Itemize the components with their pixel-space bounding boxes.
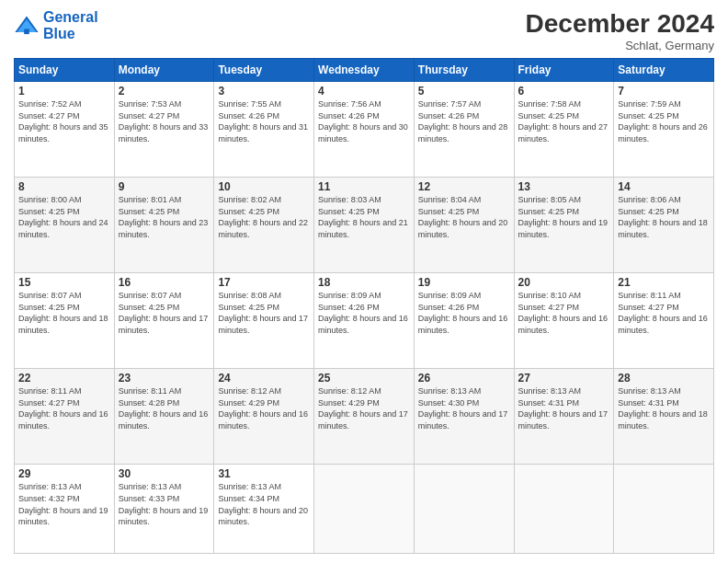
day-number: 1 [18,85,110,98]
col-friday: Friday [514,59,614,82]
table-row: 27Sunrise: 8:13 AM Sunset: 4:31 PM Dayli… [514,369,614,465]
day-info: Sunrise: 8:12 AM Sunset: 4:29 PM Dayligh… [218,385,310,431]
day-info: Sunrise: 8:09 AM Sunset: 4:26 PM Dayligh… [418,290,510,336]
day-info: Sunrise: 8:11 AM Sunset: 4:27 PM Dayligh… [618,290,710,336]
day-number: 23 [119,372,210,385]
day-number: 30 [119,467,210,480]
day-number: 6 [518,85,610,98]
day-info: Sunrise: 7:59 AM Sunset: 4:25 PM Dayligh… [618,98,710,144]
table-row: 18Sunrise: 8:09 AM Sunset: 4:26 PM Dayli… [314,273,415,369]
page: General Blue December 2024 Schlat, Germa… [0,0,728,563]
day-number: 5 [418,85,510,98]
table-row: 23Sunrise: 8:11 AM Sunset: 4:28 PM Dayli… [114,369,214,465]
table-row: 3Sunrise: 7:55 AM Sunset: 4:26 PM Daylig… [214,82,314,178]
header: General Blue December 2024 Schlat, Germa… [14,9,714,52]
day-info: Sunrise: 7:57 AM Sunset: 4:26 PM Dayligh… [418,98,510,144]
table-row: 8Sunrise: 8:00 AM Sunset: 4:25 PM Daylig… [15,178,115,273]
day-number: 16 [119,276,210,289]
day-number: 14 [618,180,710,193]
day-info: Sunrise: 8:05 AM Sunset: 4:25 PM Dayligh… [518,194,610,240]
day-number: 9 [119,180,210,193]
day-info: Sunrise: 7:56 AM Sunset: 4:26 PM Dayligh… [318,98,410,144]
table-row [614,465,714,554]
col-thursday: Thursday [414,59,514,82]
location: Schlat, Germany [526,39,714,52]
day-info: Sunrise: 8:02 AM Sunset: 4:25 PM Dayligh… [218,194,310,240]
logo-icon [14,13,40,39]
table-row: 15Sunrise: 8:07 AM Sunset: 4:25 PM Dayli… [15,273,115,369]
table-row: 29Sunrise: 8:13 AM Sunset: 4:32 PM Dayli… [15,465,115,554]
table-row: 26Sunrise: 8:13 AM Sunset: 4:30 PM Dayli… [414,369,514,465]
table-row: 10Sunrise: 8:02 AM Sunset: 4:25 PM Dayli… [214,178,314,273]
day-number: 8 [18,180,110,193]
day-info: Sunrise: 8:09 AM Sunset: 4:26 PM Dayligh… [318,290,410,336]
day-info: Sunrise: 8:13 AM Sunset: 4:33 PM Dayligh… [119,481,210,527]
table-row: 4Sunrise: 7:56 AM Sunset: 4:26 PM Daylig… [314,82,415,178]
day-info: Sunrise: 8:13 AM Sunset: 4:32 PM Dayligh… [18,481,110,527]
day-number: 2 [119,85,210,98]
day-info: Sunrise: 8:13 AM Sunset: 4:34 PM Dayligh… [218,481,310,527]
day-info: Sunrise: 7:55 AM Sunset: 4:26 PM Dayligh… [218,98,310,144]
table-row: 31Sunrise: 8:13 AM Sunset: 4:34 PM Dayli… [214,465,314,554]
col-saturday: Saturday [614,59,714,82]
day-info: Sunrise: 8:12 AM Sunset: 4:29 PM Dayligh… [318,385,410,431]
day-number: 18 [318,276,410,289]
table-row: 13Sunrise: 8:05 AM Sunset: 4:25 PM Dayli… [514,178,614,273]
day-number: 21 [618,276,710,289]
logo: General Blue [14,9,98,41]
table-row: 17Sunrise: 8:08 AM Sunset: 4:25 PM Dayli… [214,273,314,369]
day-number: 22 [18,372,110,385]
col-tuesday: Tuesday [214,59,314,82]
day-number: 25 [318,372,410,385]
day-number: 12 [418,180,510,193]
table-row: 5Sunrise: 7:57 AM Sunset: 4:26 PM Daylig… [414,82,514,178]
calendar-header-row: Sunday Monday Tuesday Wednesday Thursday… [15,59,714,82]
table-row: 12Sunrise: 8:04 AM Sunset: 4:25 PM Dayli… [414,178,514,273]
day-number: 7 [618,85,710,98]
day-info: Sunrise: 8:00 AM Sunset: 4:25 PM Dayligh… [18,194,110,240]
day-number: 31 [218,467,310,480]
day-info: Sunrise: 8:07 AM Sunset: 4:25 PM Dayligh… [119,290,210,336]
day-info: Sunrise: 7:52 AM Sunset: 4:27 PM Dayligh… [18,98,110,144]
day-info: Sunrise: 8:10 AM Sunset: 4:27 PM Dayligh… [518,290,610,336]
day-info: Sunrise: 8:03 AM Sunset: 4:25 PM Dayligh… [318,194,410,240]
day-number: 28 [618,372,710,385]
day-info: Sunrise: 8:04 AM Sunset: 4:25 PM Dayligh… [418,194,510,240]
day-number: 29 [18,467,110,480]
table-row: 28Sunrise: 8:13 AM Sunset: 4:31 PM Dayli… [614,369,714,465]
day-info: Sunrise: 8:13 AM Sunset: 4:30 PM Dayligh… [418,385,510,431]
table-row: 25Sunrise: 8:12 AM Sunset: 4:29 PM Dayli… [314,369,415,465]
table-row [314,465,415,554]
day-info: Sunrise: 8:13 AM Sunset: 4:31 PM Dayligh… [518,385,610,431]
day-info: Sunrise: 7:58 AM Sunset: 4:25 PM Dayligh… [518,98,610,144]
day-info: Sunrise: 8:13 AM Sunset: 4:31 PM Dayligh… [618,385,710,431]
table-row: 7Sunrise: 7:59 AM Sunset: 4:25 PM Daylig… [614,82,714,178]
logo-line1: General [43,9,98,25]
table-row: 16Sunrise: 8:07 AM Sunset: 4:25 PM Dayli… [114,273,214,369]
table-row: 14Sunrise: 8:06 AM Sunset: 4:25 PM Dayli… [614,178,714,273]
table-row: 30Sunrise: 8:13 AM Sunset: 4:33 PM Dayli… [114,465,214,554]
table-row: 21Sunrise: 8:11 AM Sunset: 4:27 PM Dayli… [614,273,714,369]
day-info: Sunrise: 8:11 AM Sunset: 4:27 PM Dayligh… [18,385,110,431]
day-info: Sunrise: 8:07 AM Sunset: 4:25 PM Dayligh… [18,290,110,336]
day-number: 4 [318,85,410,98]
table-row [414,465,514,554]
table-row [514,465,614,554]
table-row: 2Sunrise: 7:53 AM Sunset: 4:27 PM Daylig… [114,82,214,178]
day-info: Sunrise: 8:11 AM Sunset: 4:28 PM Dayligh… [119,385,210,431]
day-number: 11 [318,180,410,193]
day-number: 26 [418,372,510,385]
table-row: 6Sunrise: 7:58 AM Sunset: 4:25 PM Daylig… [514,82,614,178]
day-info: Sunrise: 8:06 AM Sunset: 4:25 PM Dayligh… [618,194,710,240]
col-monday: Monday [114,59,214,82]
day-number: 17 [218,276,310,289]
logo-text: General Blue [43,9,98,41]
col-sunday: Sunday [15,59,115,82]
day-info: Sunrise: 8:01 AM Sunset: 4:25 PM Dayligh… [119,194,210,240]
logo-line2: Blue [43,26,75,41]
day-number: 13 [518,180,610,193]
table-row: 11Sunrise: 8:03 AM Sunset: 4:25 PM Dayli… [314,178,415,273]
table-row: 24Sunrise: 8:12 AM Sunset: 4:29 PM Dayli… [214,369,314,465]
calendar: Sunday Monday Tuesday Wednesday Thursday… [14,58,714,554]
day-number: 3 [218,85,310,98]
